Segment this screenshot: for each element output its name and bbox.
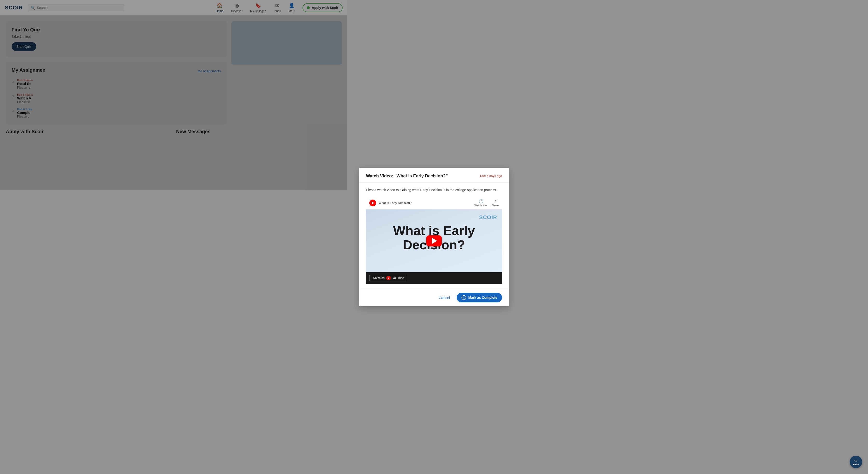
modal-overlay[interactable]: Watch Video: "What is Early Decision?" D… [0, 0, 347, 190]
